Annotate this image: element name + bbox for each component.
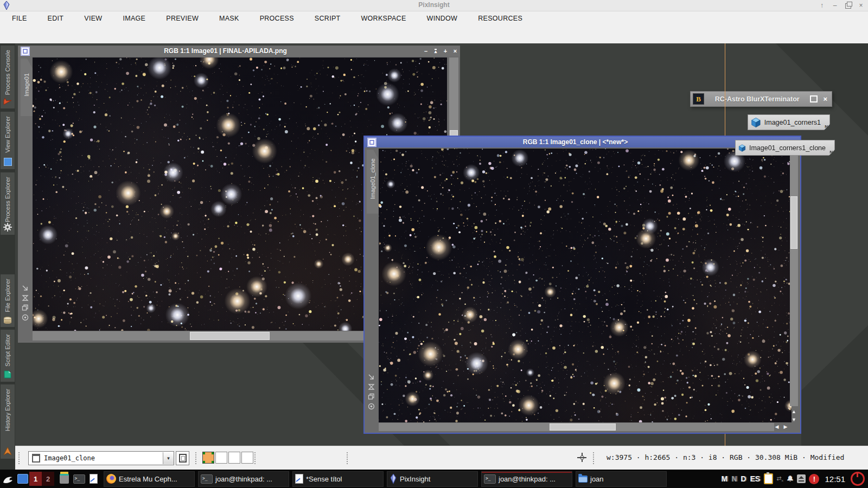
starfield-image-clone[interactable] <box>379 149 792 422</box>
menu-mask[interactable]: MASK <box>219 12 239 24</box>
blurx-expand-button[interactable] <box>810 95 818 102</box>
menu-bar: FILE EDIT VIEW IMAGE PREVIEW MASK PROCES… <box>0 11 868 25</box>
image-window-clone[interactable]: RGB 1:1 Image01_clone | <*new*> – Image0… <box>363 136 801 434</box>
workspace-swatch-2[interactable] <box>215 452 227 464</box>
task-file-manager[interactable]: joan <box>576 471 667 487</box>
window2-titlebar[interactable]: RGB 1:1 Image01_clone | <*new*> – <box>365 137 800 147</box>
blurxterminator-window[interactable]: B RC-Astro BlurXTerminator × <box>690 91 832 107</box>
window2-horizontal-scrollbar[interactable] <box>379 423 774 431</box>
network-offline-icon[interactable]: ⇄× <box>776 475 783 483</box>
zoom-corner-icon[interactable] <box>368 374 375 381</box>
tab-file-explorer[interactable]: File Explorer <box>1 274 15 327</box>
statusbar-grip[interactable] <box>195 452 197 465</box>
fit-view-icon[interactable] <box>22 294 29 301</box>
menu-image[interactable]: IMAGE <box>123 12 145 24</box>
target-view-icon[interactable] <box>22 314 29 321</box>
zoom-corner-icon[interactable] <box>22 285 29 292</box>
menu-preview[interactable]: PREVIEW <box>166 12 199 24</box>
workspace-switch-2[interactable]: 2 <box>42 472 54 486</box>
view-duplicate-button[interactable] <box>176 451 189 465</box>
menu-script[interactable]: SCRIPT <box>315 12 341 24</box>
scroll-left-arrow[interactable]: ◀ <box>773 423 781 431</box>
window-restore-button[interactable] <box>843 2 853 10</box>
duplicate-view-icon[interactable] <box>368 393 375 400</box>
window1-close-button[interactable]: × <box>450 48 460 54</box>
clock[interactable]: 12:51 <box>825 474 845 484</box>
image-window-icon[interactable] <box>21 47 30 56</box>
task-text-editor[interactable]: *Sense títol <box>292 471 384 487</box>
tray-indicator-m[interactable]: M <box>722 474 728 483</box>
tab-history-explorer[interactable]: History Explorer <box>1 384 15 459</box>
window-shadow <box>801 282 868 446</box>
tab-process-explorer[interactable]: Process Explorer <box>1 172 15 235</box>
terminal-icon: >_ <box>73 474 85 484</box>
duplicate-view-icon[interactable] <box>22 304 29 311</box>
task-terminal-2[interactable]: >_ joan@thinkpad: ... <box>481 471 572 487</box>
menu-window[interactable]: WINDOW <box>427 12 458 24</box>
process-icon-corners1[interactable]: Image01_corners1 N <box>748 114 830 130</box>
task-pixinsight[interactable]: PixInsight <box>387 471 478 487</box>
tab-process-console[interactable]: Process Console <box>1 46 15 108</box>
blurx-close-button[interactable]: × <box>823 95 827 103</box>
clipboard-icon[interactable] <box>764 473 773 484</box>
scroll-right-arrow[interactable]: ▶ <box>782 423 789 431</box>
tab-script-editor[interactable]: Script Editor <box>1 330 15 382</box>
show-desktop-button[interactable] <box>16 472 29 486</box>
window1-maximize-button[interactable]: + <box>441 48 450 54</box>
window-close-button[interactable]: × <box>856 2 866 9</box>
workspace-swatch-1[interactable] <box>202 452 214 464</box>
copy-window-icon <box>179 454 187 463</box>
scrollbar-thumb[interactable] <box>790 196 797 249</box>
launcher-text-editor[interactable] <box>87 472 100 486</box>
fit-view-icon[interactable] <box>368 383 375 390</box>
tray-indicator-n[interactable]: N <box>731 474 737 483</box>
tab-view-explorer[interactable]: View Explorer <box>1 112 15 169</box>
alert-icon[interactable]: ! <box>809 474 819 484</box>
removable-media-icon[interactable] <box>797 474 806 483</box>
active-view-selector[interactable]: Image01_clone ▼ <box>28 451 174 465</box>
menu-resources[interactable]: RESOURCES <box>478 12 522 24</box>
window1-iconize-button[interactable]: – <box>421 48 431 54</box>
window1-title: RGB 1:1 Image01 | FINAL-APILADA.png <box>30 47 421 55</box>
cube-icon <box>751 117 761 129</box>
console-arrow-icon <box>3 98 12 105</box>
window2-vertical-scrollbar[interactable] <box>790 149 798 406</box>
menu-file[interactable]: FILE <box>12 12 27 24</box>
menu-edit[interactable]: EDIT <box>48 12 64 24</box>
keyboard-layout-indicator[interactable]: ES <box>750 474 760 483</box>
launcher-terminal[interactable]: >_ <box>72 472 86 486</box>
window2-view-tab[interactable]: Image01_clone <box>367 150 379 214</box>
notifications-bell-icon[interactable]: 🔔︎ <box>786 474 794 483</box>
statusbar-grip[interactable] <box>592 452 595 465</box>
target-view-icon[interactable] <box>368 403 375 410</box>
scrollbar-thumb[interactable] <box>190 332 270 340</box>
desktop-icon <box>17 474 28 484</box>
task-terminal-1[interactable]: >_ joan@thinkpad: ... <box>198 471 289 487</box>
scroll-up-arrow[interactable]: ▲ <box>790 408 798 415</box>
power-button-icon[interactable] <box>851 472 865 486</box>
statusbar-grip[interactable] <box>254 452 257 465</box>
window1-shade-button[interactable]: ▴ <box>431 48 441 54</box>
window-up-button[interactable]: ↑ <box>817 2 827 9</box>
workspace-swatch-3[interactable] <box>228 452 240 464</box>
menu-process[interactable]: PROCESS <box>260 12 294 24</box>
statusbar-grip[interactable] <box>346 452 349 465</box>
task-firefox[interactable]: Estrela Mu Ceph... <box>104 471 195 487</box>
scrollbar-thumb[interactable] <box>550 423 616 431</box>
window1-titlebar[interactable]: RGB 1:1 Image01 | FINAL-APILADA.png – ▴ … <box>18 46 460 56</box>
chevron-down-icon[interactable]: ▼ <box>163 452 174 464</box>
scroll-down-arrow[interactable]: ▼ <box>790 416 798 423</box>
image-window-icon[interactable] <box>367 138 376 147</box>
process-icon-corners1-clone[interactable]: Image01_corners1_clone N <box>735 140 835 156</box>
window2-corner-tools <box>368 374 375 410</box>
menu-workspace[interactable]: WORKSPACE <box>361 12 406 24</box>
launcher-archive[interactable] <box>58 472 71 486</box>
applications-menu-button[interactable] <box>1 472 15 486</box>
workspace-switch-1[interactable]: 1 <box>29 472 42 486</box>
tray-indicator-d[interactable]: D <box>741 474 746 483</box>
window1-view-tab[interactable]: Image01 <box>21 59 33 116</box>
workspace-swatch-4[interactable] <box>241 452 253 464</box>
statusbar-grip[interactable] <box>18 452 21 465</box>
window-minimize-button[interactable]: – <box>830 2 840 9</box>
menu-view[interactable]: VIEW <box>84 12 102 24</box>
